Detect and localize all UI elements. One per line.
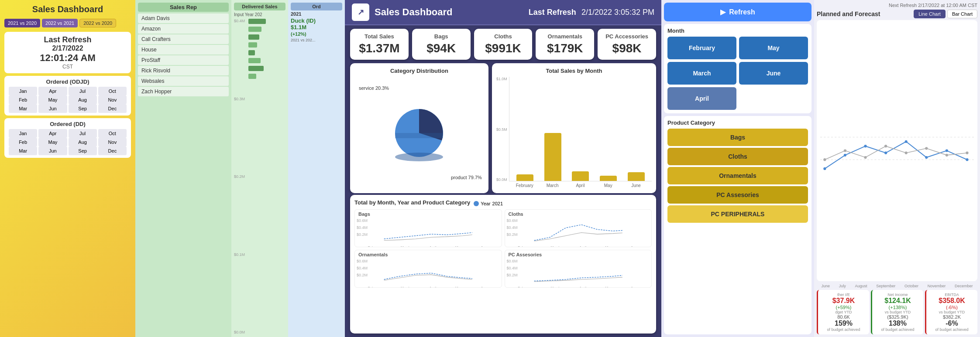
date-jul[interactable]: Jul	[69, 87, 97, 95]
lower-charts-grid: Bags $0.6M $0.4M $0.2M February March Ap…	[354, 209, 652, 288]
kpi-cloths-value: $991K	[481, 41, 526, 55]
date-mar[interactable]: Mar	[9, 104, 37, 113]
svg-point-13	[823, 158, 826, 161]
svg-point-5	[823, 167, 826, 170]
date-oct[interactable]: Oct	[98, 87, 127, 95]
y-label-04m: $0.4M	[234, 19, 245, 23]
bar-x-jun: June	[624, 183, 648, 188]
product-bags[interactable]: Bags	[667, 129, 808, 146]
date-nov[interactable]: Nov	[98, 95, 127, 104]
date-dd-may[interactable]: May	[38, 138, 67, 146]
bar-may	[596, 176, 621, 181]
rep-adam-davis[interactable]: Adam Davis	[138, 14, 229, 23]
rep-house[interactable]: House	[138, 45, 229, 54]
bar-fill-6	[248, 58, 261, 63]
mini-cloths-x: February March April May June	[509, 245, 648, 247]
date-sep[interactable]: Sep	[69, 104, 97, 113]
play-icon: ▶	[720, 8, 726, 16]
date-dd-jun[interactable]: Jun	[38, 146, 67, 155]
left-panel: Sales Dashboard 2021 vs 2020 2022 vs 202…	[0, 0, 135, 337]
date-dd-jul[interactable]: Jul	[69, 129, 97, 138]
bar-row-7	[248, 66, 285, 71]
month-february[interactable]: February	[667, 37, 736, 59]
date-grid-dd-row3: Mar Jun Sep Dec	[9, 146, 127, 155]
svg-point-14	[844, 149, 846, 152]
net-income-achieved: of budget achieved	[876, 327, 920, 332]
refresh-button[interactable]: ▶ Refresh	[664, 3, 812, 21]
month-march[interactable]: March	[667, 62, 736, 85]
date-dd-sep[interactable]: Sep	[69, 146, 97, 155]
dashboard-header: ↗ Sales Dashboard Last Refresh 2/1/2022 …	[345, 0, 661, 25]
product-ornamentals[interactable]: Ornamentals	[667, 167, 808, 184]
date-aug[interactable]: Aug	[69, 95, 97, 104]
charts-row: Category Distribution service 20.3% prod…	[345, 63, 661, 193]
bar-x-labels: February March April May June	[509, 181, 652, 189]
bar-rect-jun	[628, 172, 645, 181]
product-cloths[interactable]: Cloths	[667, 148, 808, 165]
date-grid-dd-row1: Jan Apr Jul Oct	[9, 129, 127, 138]
product-pc-peripherals[interactable]: PC PERIPHERALS	[667, 205, 808, 223]
date-apr[interactable]: Apr	[38, 87, 67, 95]
mini-pc-y: $0.6M $0.4M $0.2M	[507, 259, 518, 277]
ebitda-sub-val: $382.2K	[930, 314, 974, 320]
date-dd-nov[interactable]: Nov	[98, 138, 127, 146]
rep-amazon[interactable]: Amazon	[138, 24, 229, 34]
bar-rect-mar	[544, 133, 561, 181]
rep-prostaff[interactable]: ProStaff	[138, 55, 229, 65]
rep-rick-risvold[interactable]: Rick Risvold	[138, 66, 229, 75]
lower-chart-title: Total by Month, Year and Product Categor…	[354, 199, 470, 206]
ornamentals-svg	[358, 259, 498, 284]
date-dd-aug[interactable]: Aug	[69, 138, 97, 146]
bar-main-area: February March April May June	[509, 77, 652, 189]
category-dist-title: Category Distribution	[354, 68, 484, 74]
ebitda-val: $358.0K	[930, 297, 974, 305]
svg-point-7	[864, 145, 867, 147]
date-dec[interactable]: Dec	[98, 104, 127, 113]
category-dist-chart: Category Distribution service 20.3% prod…	[350, 63, 488, 193]
bar-chart-toggle[interactable]: Bar Chart	[947, 10, 977, 18]
order-panel: Ord 2021 Duck (ID) $1.1M (+12%) 2021 vs …	[288, 0, 345, 337]
rep-websales[interactable]: Websales	[138, 76, 229, 86]
date-dd-dec[interactable]: Dec	[98, 146, 127, 155]
next-refresh-label: Next Refresh 2/17/2022 at 12:00 AM CST	[817, 3, 977, 8]
date-may[interactable]: May	[38, 95, 67, 104]
bar-fill-5	[248, 50, 255, 55]
pie-chart-svg	[389, 102, 450, 163]
tab-group: 2021 vs 2020 2022 vs 2021 2022 vs 2020	[4, 19, 131, 27]
rep-call-crafters[interactable]: Call Crafters	[138, 34, 229, 44]
x-october: October	[904, 284, 918, 288]
tab-2021-2020[interactable]: 2021 vs 2020	[4, 19, 40, 27]
date-dd-apr[interactable]: Apr	[38, 129, 67, 138]
date-feb[interactable]: Feb	[9, 95, 37, 104]
date-jan[interactable]: Jan	[9, 87, 37, 95]
kpi-ornamentals-value: $179K	[543, 41, 587, 55]
mini-ornamentals-x: February March April May June	[358, 286, 498, 288]
svg-point-17	[905, 152, 908, 154]
product-pc-assesories[interactable]: PC Assesories	[667, 186, 808, 204]
date-grid-odjd-row3: Mar Jun Sep Dec	[9, 104, 127, 113]
other-ie-title: ther I/E	[822, 293, 866, 297]
month-may[interactable]: May	[739, 37, 808, 59]
year-legend: Year 2021	[474, 201, 503, 206]
line-chart-toggle[interactable]: Line Chart	[914, 10, 946, 18]
pie-area: service 20.3% product 79.7%	[354, 77, 484, 189]
date-dd-oct[interactable]: Oct	[98, 129, 127, 138]
bar-fill-8	[248, 74, 256, 79]
net-income-delta: (+138%)	[876, 305, 920, 310]
date-dd-feb[interactable]: Feb	[9, 138, 37, 146]
rep-zach-hopper[interactable]: Zach Hopper	[138, 87, 229, 96]
date-dd-jan[interactable]: Jan	[9, 129, 37, 138]
month-april[interactable]: April	[667, 87, 736, 110]
month-june[interactable]: June	[739, 62, 808, 85]
product-section-title: Product Category	[667, 119, 808, 126]
date-jun[interactable]: Jun	[38, 104, 67, 113]
bar-fill-3	[248, 34, 259, 40]
tab-2022-2021[interactable]: 2022 vs 2021	[42, 19, 78, 27]
date-dd-mar[interactable]: Mar	[9, 146, 37, 155]
lower-chart-header: Total by Month, Year and Product Categor…	[354, 199, 652, 208]
bar-row-3	[248, 34, 285, 40]
tab-2022-2020[interactable]: 2022 vs 2020	[79, 19, 116, 27]
bar-row-2	[248, 27, 285, 32]
x-july: July	[839, 284, 846, 288]
kpi-pc-accessories: PC Accessories $98K	[598, 29, 656, 60]
